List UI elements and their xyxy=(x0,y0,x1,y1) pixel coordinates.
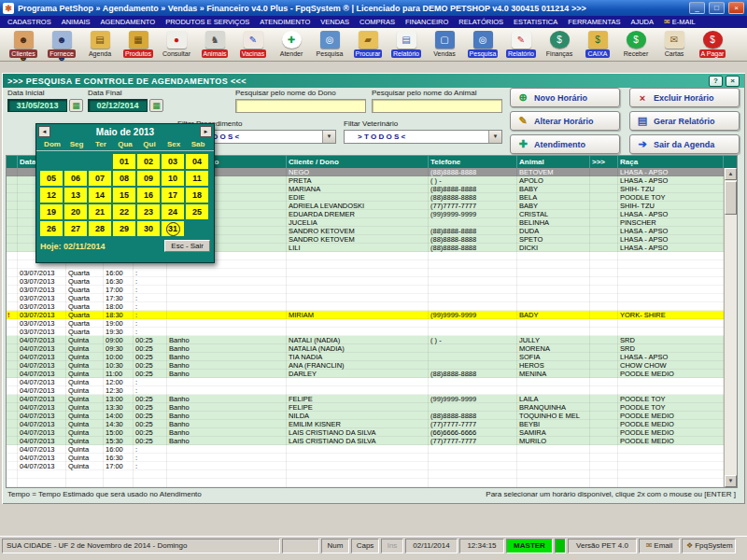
calendar-date-06[interactable]: 06 xyxy=(64,171,87,186)
maximize-button[interactable]: □ xyxy=(709,2,725,14)
calendar-date-29[interactable]: 29 xyxy=(113,221,135,236)
scroll-up-button[interactable]: ▲ xyxy=(725,168,737,180)
table-row[interactable]: 04/07/2013Quinta11:0000:25BanhoDARLEY(88… xyxy=(7,370,724,378)
calendar-esc-button[interactable]: Esc - Sair xyxy=(164,240,210,252)
menu-item-relatorios[interactable]: RELATÓRIOS xyxy=(458,18,503,26)
button-sair-da-agenda[interactable]: ➔Sair da Agenda xyxy=(629,134,740,154)
dono-search-input[interactable] xyxy=(235,99,366,113)
toolbar-button-pesquisa-vendas[interactable]: ◎Pesquisa xyxy=(464,30,501,62)
menu-item-produtos-e-servicos[interactable]: PRODUTOS E SERVIÇOS xyxy=(165,18,249,26)
table-row[interactable]: 04/07/2013Quinta09:0000:25BanhoNATALI (N… xyxy=(7,336,724,344)
table-row[interactable]: 04/07/2013Quinta14:0000:25BanhoNILDA(88)… xyxy=(7,412,724,420)
calendar-date-15[interactable]: 15 xyxy=(113,188,135,203)
calendar-date-31[interactable]: 31 xyxy=(162,221,184,236)
calendar-date-14[interactable]: 14 xyxy=(89,188,111,203)
calendar-date-23[interactable]: 23 xyxy=(137,204,160,219)
calendar-date-28[interactable]: 28 xyxy=(89,221,111,236)
calendar-date-17[interactable]: 17 xyxy=(162,188,184,203)
chevron-down-icon[interactable]: ▼ xyxy=(488,131,501,143)
toolbar-button-animais[interactable]: ♞Animais xyxy=(196,30,233,62)
table-row[interactable]: 03/07/2013Quarta19:00: xyxy=(7,319,724,328)
calendar-date-16[interactable]: 16 xyxy=(137,188,160,203)
table-row[interactable]: 03/07/2013Quarta19:30: xyxy=(7,328,724,336)
toolbar-button-produtos[interactable]: ▦Produtos xyxy=(120,30,157,62)
calendar-date-09[interactable]: 09 xyxy=(137,171,160,186)
veterinario-filter-select[interactable]: > T O D O S < ▼ xyxy=(344,130,502,144)
table-row[interactable]: !03/07/2013Quarta18:30:MIRIAM(99)9999-99… xyxy=(7,311,724,319)
toolbar-button-caixa[interactable]: $CAIXA xyxy=(579,30,616,62)
table-row[interactable]: 04/07/2013Quinta17:00: xyxy=(7,462,724,470)
menu-item-cadastros[interactable]: CADASTROS xyxy=(7,18,51,26)
calendar-date-19[interactable]: 19 xyxy=(40,204,63,219)
toolbar-button-cartas[interactable]: ✉Cartas xyxy=(655,30,693,62)
table-row[interactable]: 04/07/2013Quinta14:3000:25BanhoEMILIM KI… xyxy=(7,420,724,428)
menu-item-e-mail[interactable]: ✉E-MAIL xyxy=(664,18,696,26)
data-inicial-calendar-button[interactable]: ▦ xyxy=(69,99,83,112)
calendar-date-30[interactable]: 30 xyxy=(137,221,160,236)
toolbar-button-receber[interactable]: $Receber xyxy=(617,30,655,62)
menu-item-ajuda[interactable]: AJUDA xyxy=(630,18,654,26)
calendar-date-07[interactable]: 07 xyxy=(89,171,111,186)
data-inicial-input[interactable]: 31/05/2013 xyxy=(7,99,67,112)
table-row[interactable]: 04/07/2013Quinta16:30: xyxy=(7,454,724,462)
table-row[interactable]: 03/07/2013Quarta16:00: xyxy=(7,269,724,277)
table-row[interactable]: 04/07/2013Quinta13:0000:25BanhoFELIPE(99… xyxy=(7,395,724,403)
calendar-date-11[interactable]: 11 xyxy=(186,171,208,186)
column-header-telefone[interactable]: Telefone xyxy=(429,156,517,168)
table-row[interactable]: 04/07/2013Quinta13:3000:25BanhoFELIPEBRA… xyxy=(7,403,724,412)
menu-item-atendimento[interactable]: ATENDIMENTO xyxy=(260,18,310,26)
toolbar-button-atender[interactable]: ✚Atender xyxy=(273,30,310,62)
table-row[interactable]: 04/07/2013Quinta15:0000:25BanhoLAIS CRIS… xyxy=(7,428,724,437)
calendar-date-18[interactable]: 18 xyxy=(186,188,208,203)
table-row[interactable]: 03/07/2013Quarta17:30: xyxy=(7,294,724,302)
calendar-date-24[interactable]: 24 xyxy=(162,204,184,219)
table-row[interactable]: 04/07/2013Quinta09:3000:25BanhoNATALIA (… xyxy=(7,344,724,353)
calendar-date-12[interactable]: 12 xyxy=(40,188,63,203)
minimize-button[interactable]: _ xyxy=(689,2,705,14)
menu-item-compras[interactable]: COMPRAS xyxy=(359,18,395,26)
button-atendimento[interactable]: ✚Atendimento xyxy=(510,134,620,154)
toolbar-button-procurar[interactable]: ▰Procurar xyxy=(349,30,387,62)
calendar-next-button[interactable]: ► xyxy=(200,126,212,137)
calendar-date-10[interactable]: 10 xyxy=(162,171,184,186)
button-excluir-horario[interactable]: ×Excluir Horário xyxy=(629,88,740,107)
calendar-date-26[interactable]: 26 xyxy=(40,221,63,236)
table-row[interactable]: 04/07/2013Quinta15:3000:25BanhoLAIS CRIS… xyxy=(7,437,724,445)
menu-item-agendamento[interactable]: AGENDAMENTO xyxy=(101,18,156,26)
scroll-down-button[interactable]: ▼ xyxy=(725,475,737,487)
toolbar-button-clientes[interactable]: ☻☻Clientes xyxy=(5,30,42,62)
calendar-date-13[interactable]: 13 xyxy=(64,188,87,203)
toolbar-button-agenda[interactable]: ▤Agenda xyxy=(81,30,119,62)
calendar-date-21[interactable]: 21 xyxy=(89,204,111,219)
data-final-input[interactable]: 02/12/2014 xyxy=(88,99,148,112)
toolbar-button-pesquisa-atendimento[interactable]: ◎Pesquisa xyxy=(311,30,348,62)
toolbar-button-consultar[interactable]: ●Consultar xyxy=(158,30,195,62)
animal-search-input[interactable] xyxy=(372,99,502,113)
calendar-date-25[interactable]: 25 xyxy=(186,204,208,219)
toolbar-button-a-pagar[interactable]: $A Pagar xyxy=(694,30,731,62)
toolbar-button-fornecedores[interactable]: ☻☻Fornece xyxy=(43,30,80,62)
calendar-date-22[interactable]: 22 xyxy=(113,204,135,219)
calendar-date-02[interactable]: 02 xyxy=(137,154,160,169)
data-final-calendar-button[interactable]: ▦ xyxy=(149,99,163,112)
table-row[interactable] xyxy=(7,470,724,479)
table-row[interactable]: 04/07/2013Quinta10:0000:25BanhoTIA NADIA… xyxy=(7,353,724,361)
help-button[interactable]: ? xyxy=(709,76,723,87)
calendar-date-08[interactable]: 08 xyxy=(113,171,135,186)
menu-item-ferramentas[interactable]: FERRAMENTAS xyxy=(568,18,620,26)
button-novo-horario[interactable]: ⊕Novo Horário xyxy=(510,88,620,107)
menu-item-vendas[interactable]: VENDAS xyxy=(320,18,349,26)
menu-item-animais[interactable]: ANIMAIS xyxy=(62,18,91,26)
menu-item-financeiro[interactable]: FINANCEIRO xyxy=(405,18,448,26)
calendar-date-05[interactable]: 05 xyxy=(40,171,63,186)
table-row[interactable]: 04/07/2013Quinta10:3000:25BanhoANA (FRAN… xyxy=(7,361,724,370)
table-row[interactable]: 03/07/2013Quarta17:00: xyxy=(7,286,724,294)
calendar-date-03[interactable]: 03 xyxy=(162,154,184,169)
table-row[interactable]: 03/07/2013Quarta18:00: xyxy=(7,302,724,311)
column-header-flag[interactable] xyxy=(7,156,18,168)
scrollbar-thumb[interactable] xyxy=(725,181,737,215)
column-header-raca[interactable]: Raça xyxy=(618,156,724,168)
toolbar-button-relatorio-vendas[interactable]: ✎Relatório xyxy=(502,30,540,62)
table-row[interactable]: 04/07/2013Quinta16:00: xyxy=(7,445,724,454)
chevron-down-icon[interactable]: ▼ xyxy=(322,131,335,143)
